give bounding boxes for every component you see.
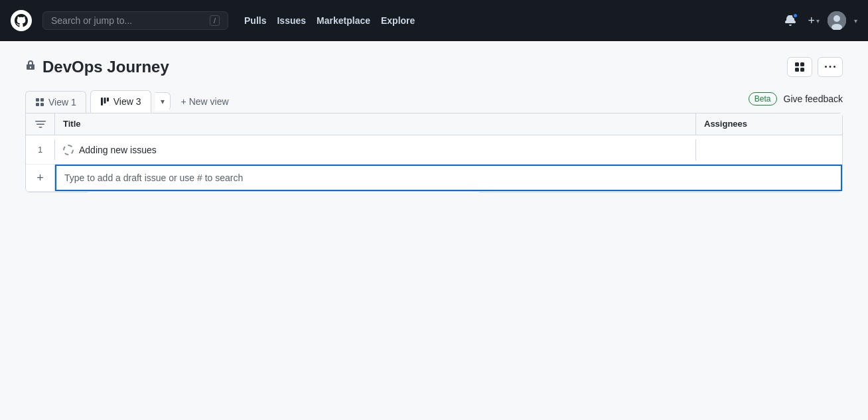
tab-view3-dropdown[interactable]: ▾ [155,92,171,111]
tab-view3-label: View 3 [113,96,141,107]
main-content: DevOps Journey [9,41,859,192]
notification-dot [792,13,798,19]
project-header: DevOps Journey [25,57,843,77]
svg-rect-9 [107,98,109,102]
board-icon [100,97,109,106]
col-assignees: Assignees [696,113,842,135]
svg-rect-8 [104,98,106,104]
draft-issue-input[interactable] [55,165,842,191]
new-view-label: + New view [181,96,229,107]
add-input-wrapper: Add an issue from a repository # [55,165,842,191]
row-title-text: Adding new issues [79,145,157,155]
avatar-caret[interactable]: ▾ [854,17,857,25]
row-assignees [696,145,842,155]
tabs-row: View 1 View 3 ▾ + New view Beta Give fee… [25,90,843,113]
row-title: Adding new issues [55,139,696,161]
tab-view1[interactable]: View 1 [25,91,86,113]
navbar-right: + ▾ ▾ [781,11,857,30]
svg-rect-7 [101,98,103,105]
navbar-links: Pulls Issues Marketplace Explore [244,13,415,29]
beta-badge: Beta [749,92,777,105]
user-avatar[interactable] [828,11,846,30]
svg-rect-4 [40,98,44,102]
row-number: 1 [26,139,55,160]
create-button[interactable]: + ▾ [808,14,820,28]
table-row: 1 Adding new issues [26,135,842,165]
filter-icon-header[interactable] [26,113,55,135]
tab-view1-label: View 1 [48,97,76,107]
svg-rect-3 [36,98,39,102]
dropdown-menu: Add an issue from a repository # [84,191,482,192]
navbar: Search or jump to... / Pulls Issues Mark… [0,0,868,41]
add-row: + Add an issue from a repository [26,165,842,192]
search-bar[interactable]: Search or jump to... / [42,11,228,30]
add-plus-button[interactable]: + [26,165,55,191]
lock-icon [25,60,36,74]
layout-button[interactable] [787,57,812,77]
svg-point-1 [833,15,840,22]
search-placeholder: Search or jump to... [51,15,132,26]
project-actions [787,57,843,77]
project-title: DevOps Journey [42,58,169,76]
svg-rect-5 [36,103,39,106]
tabs-left: View 1 View 3 ▾ + New view [25,90,237,113]
navbar-link-explore[interactable]: Explore [381,13,415,29]
notifications-bell[interactable] [781,11,800,30]
search-kbd: / [210,15,220,26]
tabs-right: Beta Give feedback [749,92,843,111]
give-feedback-link[interactable]: Give feedback [784,94,843,104]
table-icon [35,98,44,107]
project-title-row: DevOps Journey [25,58,169,76]
table-header: Title Assignees [26,113,842,135]
more-options-button[interactable] [818,57,843,77]
draft-icon [63,145,74,155]
github-logo[interactable] [11,10,32,31]
col-title: Title [55,113,696,135]
navbar-link-marketplace[interactable]: Marketplace [317,13,370,29]
new-view-button[interactable]: + New view [173,91,237,112]
svg-rect-6 [40,103,44,106]
table-container: Title Assignees 1 Adding new issues + [25,113,843,192]
tab-view3[interactable]: View 3 [90,90,151,113]
navbar-link-pulls[interactable]: Pulls [244,13,266,29]
navbar-link-issues[interactable]: Issues [277,13,306,29]
